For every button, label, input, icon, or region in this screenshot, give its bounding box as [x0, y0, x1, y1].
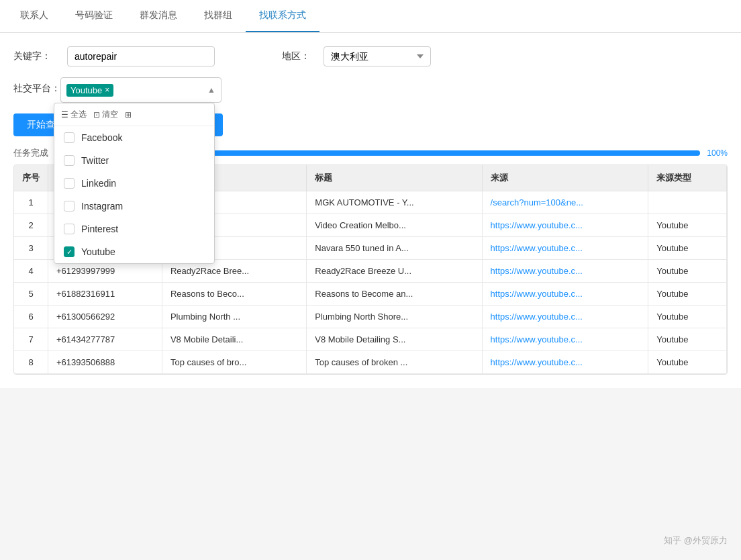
- region-label: 地区：: [282, 50, 310, 62]
- cell-type: Youtube: [648, 328, 727, 351]
- clear-label: 清空: [102, 109, 118, 120]
- option-instagram[interactable]: Instagram: [54, 195, 214, 218]
- col-type: 来源类型: [648, 165, 727, 191]
- social-select-box[interactable]: Youtube × ▲: [60, 77, 221, 103]
- cell-source[interactable]: /search?num=100&ne...: [482, 191, 648, 214]
- option-facebook[interactable]: Facebook: [54, 126, 214, 149]
- top-navigation: 联系人号码验证群发消息找群组找联系方式: [0, 0, 741, 33]
- keyword-label: 关键字：: [13, 50, 54, 62]
- cell-phone: +61434277787: [48, 328, 162, 351]
- option-youtube[interactable]: Youtube: [54, 240, 214, 263]
- col-title: 标题: [307, 165, 482, 191]
- cell-title: Navara 550 tuned in A...: [307, 237, 482, 260]
- youtube-tag-close[interactable]: ×: [105, 85, 109, 95]
- table-row: 7 +61434277787 V8 Mobile Detaili... V8 M…: [14, 328, 727, 351]
- cell-type: Youtube: [648, 214, 727, 237]
- linkedin-label: Linkedin: [81, 178, 116, 189]
- youtube-label: Youtube: [81, 246, 115, 257]
- nav-item-联系人[interactable]: 联系人: [7, 0, 62, 32]
- nav-item-找群组[interactable]: 找群组: [191, 0, 246, 32]
- nav-item-群发消息[interactable]: 群发消息: [126, 0, 191, 32]
- table-row: 5 +61882316911 Reasons to Beco... Reason…: [14, 283, 727, 306]
- cell-seq: 2: [14, 214, 48, 237]
- cell-source[interactable]: https://www.youtube.c...: [482, 351, 648, 374]
- cell-title: Ready2Race Breeze U...: [307, 260, 482, 283]
- cell-type: Youtube: [648, 260, 727, 283]
- cell-seq: 3: [14, 237, 48, 260]
- cell-tag: Reasons to Beco...: [162, 283, 306, 306]
- facebook-label: Facebook: [81, 132, 122, 143]
- cell-title: MGK AUTOMOTIVE - Y...: [307, 191, 482, 214]
- cell-title: Plumbing North Shore...: [307, 306, 482, 328]
- cell-type: Youtube: [648, 306, 727, 328]
- option-linkedin[interactable]: Linkedin: [54, 172, 214, 195]
- social-platform-row: 社交平台： Youtube × ▲ ☰ 全选 ⊡ 清空 ⊞: [13, 77, 728, 103]
- select-all-icon: ☰: [61, 110, 68, 120]
- col-source: 来源: [482, 165, 648, 191]
- cell-seq: 8: [14, 351, 48, 374]
- nav-item-号码验证[interactable]: 号码验证: [62, 0, 126, 32]
- option-twitter[interactable]: Twitter: [54, 149, 214, 172]
- table-row: 8 +61393506888 Top causes of bro... Top …: [14, 351, 727, 374]
- select-all-btn[interactable]: ☰ 全选: [61, 109, 87, 120]
- main-content: 关键字： 地区： 澳大利亚 社交平台： Youtube × ▲ ☰ 全选: [0, 33, 741, 388]
- cell-source[interactable]: https://www.youtube.c...: [482, 328, 648, 351]
- cell-title: Reasons to Become an...: [307, 283, 482, 306]
- pinterest-label: Pinterest: [81, 224, 118, 234]
- cell-phone: +61393506888: [48, 351, 162, 374]
- col-seq: 序号: [14, 165, 48, 191]
- keyword-row: 关键字： 地区： 澳大利亚: [13, 46, 728, 66]
- pinterest-checkbox[interactable]: [64, 224, 75, 234]
- twitter-label: Twitter: [81, 155, 109, 166]
- platform-dropdown: ☰ 全选 ⊡ 清空 ⊞ Facebook Twitter Linkedin: [54, 103, 215, 264]
- cell-phone: +61300566292: [48, 306, 162, 328]
- cell-tag: V8 Mobile Detaili...: [162, 328, 306, 351]
- cell-phone: +61882316911: [48, 283, 162, 306]
- select-arrow-icon: ▲: [207, 85, 215, 95]
- youtube-checkbox[interactable]: [64, 246, 75, 257]
- cell-seq: 4: [14, 260, 48, 283]
- table-row: 6 +61300566292 Plumbing North ... Plumbi…: [14, 306, 727, 328]
- cell-type: Youtube: [648, 237, 727, 260]
- cell-seq: 1: [14, 191, 48, 214]
- youtube-tag: Youtube ×: [66, 84, 113, 97]
- clear-icon: ⊡: [93, 110, 100, 120]
- cell-seq: 7: [14, 328, 48, 351]
- select-all-label: 全选: [70, 109, 87, 120]
- social-label: 社交平台：: [13, 77, 60, 95]
- cell-source[interactable]: https://www.youtube.c...: [482, 214, 648, 237]
- cell-type: Youtube: [648, 351, 727, 374]
- option-pinterest[interactable]: Pinterest: [54, 218, 214, 240]
- cell-tag: Top causes of bro...: [162, 351, 306, 374]
- youtube-tag-label: Youtube: [70, 85, 102, 95]
- cell-source[interactable]: https://www.youtube.c...: [482, 306, 648, 328]
- keyword-input[interactable]: [67, 46, 215, 66]
- cell-tag: Plumbing North ...: [162, 306, 306, 328]
- cell-source[interactable]: https://www.youtube.c...: [482, 237, 648, 260]
- task-label: 任务完成: [13, 147, 48, 159]
- cell-seq: 5: [14, 283, 48, 306]
- dropdown-toolbar: ☰ 全选 ⊡ 清空 ⊞: [54, 103, 214, 126]
- nav-item-找联系方式[interactable]: 找联系方式: [246, 0, 319, 32]
- twitter-checkbox[interactable]: [64, 155, 75, 166]
- progress-text: 100%: [707, 148, 728, 158]
- cell-source[interactable]: https://www.youtube.c...: [482, 283, 648, 306]
- cell-type: Youtube: [648, 283, 727, 306]
- cell-seq: 6: [14, 306, 48, 328]
- cell-title: Top causes of broken ...: [307, 351, 482, 374]
- cell-type: [648, 191, 727, 214]
- instagram-checkbox[interactable]: [64, 201, 75, 212]
- cell-source[interactable]: https://www.youtube.c...: [482, 260, 648, 283]
- facebook-checkbox[interactable]: [64, 132, 75, 143]
- cell-title: Video Creation Melbo...: [307, 214, 482, 237]
- region-select[interactable]: 澳大利亚: [324, 46, 431, 66]
- clear-btn[interactable]: ⊡ 清空: [93, 109, 118, 120]
- linkedin-checkbox[interactable]: [64, 178, 75, 189]
- cell-title: V8 Mobile Detailing S...: [307, 328, 482, 351]
- grid-icon: ⊞: [125, 110, 132, 120]
- instagram-label: Instagram: [81, 201, 123, 212]
